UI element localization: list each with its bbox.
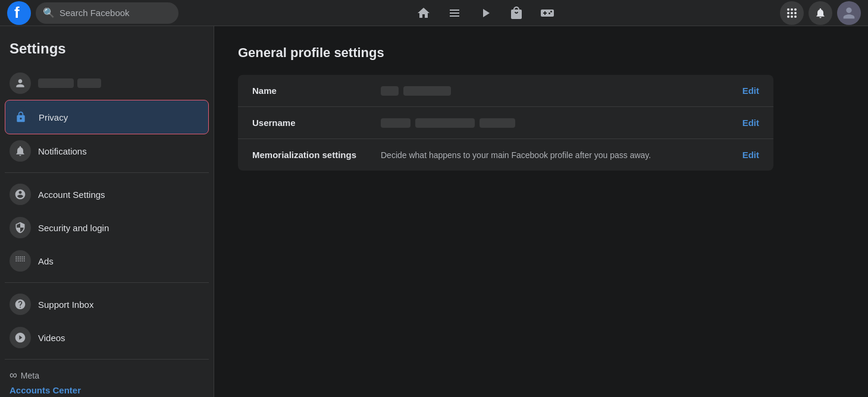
privacy-icon-container — [10, 106, 32, 128]
topnav-right — [780, 1, 861, 25]
search-icon: 🔍 — [43, 7, 55, 18]
settings-row-memorialization: Memorialization settings Decide what hap… — [238, 139, 773, 171]
name-value — [381, 86, 733, 96]
username-label: Username — [252, 118, 371, 128]
svg-point-2 — [787, 8, 789, 11]
svg-point-10 — [794, 15, 797, 18]
svg-point-9 — [791, 15, 793, 18]
meta-infinity-icon: ∞ — [10, 369, 17, 382]
profile-name-redacted2 — [77, 78, 101, 88]
page-title: General profile settings — [238, 45, 844, 61]
sidebar-videos-label: Videos — [38, 333, 65, 343]
main-content: General profile settings Name Edit Usern… — [214, 26, 868, 397]
svg-point-8 — [787, 15, 789, 18]
username-edit-button[interactable]: Edit — [742, 118, 759, 128]
svg-point-6 — [791, 12, 793, 14]
facebook-logo[interactable]: f — [7, 1, 31, 25]
svg-point-3 — [791, 8, 793, 11]
sidebar-divider-2 — [5, 282, 209, 283]
meta-section: ∞ Meta Accounts Center Control settings … — [5, 364, 209, 397]
topnav: f 🔍 — [0, 0, 868, 26]
sidebar-item-support-inbox[interactable]: Support Inbox — [5, 288, 209, 321]
search-input[interactable] — [59, 8, 171, 18]
username-value — [381, 118, 733, 128]
username-redacted-1 — [381, 118, 411, 128]
notifications-button[interactable] — [809, 1, 832, 25]
settings-row-name: Name Edit — [238, 75, 773, 107]
sidebar-account-settings-label: Account Settings — [38, 190, 105, 200]
accounts-center-link[interactable]: Accounts Center — [10, 385, 204, 395]
home-nav-button[interactable] — [409, 2, 438, 24]
sidebar-ads-label: Ads — [38, 256, 54, 266]
profile-name-redacted — [38, 78, 74, 88]
security-login-icon — [10, 217, 31, 238]
user-avatar[interactable] — [837, 1, 861, 25]
marketplace-nav-button[interactable] — [502, 2, 531, 24]
ads-icon — [10, 250, 31, 272]
search-bar[interactable]: 🔍 — [36, 2, 178, 24]
sidebar-item-privacy[interactable]: Privacy — [5, 100, 209, 134]
svg-text:f: f — [14, 4, 20, 21]
sidebar-item-security-login[interactable]: Security and login — [5, 211, 209, 244]
sidebar-item-videos[interactable]: Videos — [5, 321, 209, 354]
sidebar-notifications-label: Notifications — [38, 146, 87, 156]
meta-logo: ∞ Meta — [10, 369, 204, 382]
sidebar-divider-3 — [5, 359, 209, 360]
memorialization-edit-button[interactable]: Edit — [742, 150, 759, 160]
svg-point-7 — [794, 12, 797, 14]
gaming-nav-button[interactable] — [533, 2, 562, 24]
svg-point-5 — [787, 12, 789, 14]
topnav-center-icons — [190, 2, 780, 24]
sidebar-item-ads[interactable]: Ads — [5, 244, 209, 278]
sidebar-security-login-label: Security and login — [38, 223, 109, 233]
sidebar-item-profile[interactable] — [5, 67, 209, 100]
name-edit-button[interactable]: Edit — [742, 86, 759, 96]
sidebar-title: Settings — [5, 36, 209, 67]
username-redacted-2 — [415, 118, 475, 128]
main-layout: Settings Privacy — [0, 26, 868, 397]
name-redacted-1 — [381, 86, 399, 96]
svg-point-4 — [794, 8, 797, 11]
sidebar: Settings Privacy — [0, 26, 214, 397]
name-label: Name — [252, 86, 371, 96]
username-redacted-3 — [480, 118, 515, 128]
settings-card: Name Edit Username Edit Memoriali — [238, 75, 773, 171]
sidebar-item-account-settings[interactable]: Account Settings — [5, 178, 209, 211]
videos-icon — [10, 327, 31, 348]
apps-menu-button[interactable] — [780, 1, 804, 25]
memorialization-description: Decide what happens to your main Faceboo… — [381, 150, 733, 160]
profile-icon-container — [10, 73, 31, 94]
watch-nav-button[interactable] — [471, 2, 500, 24]
meta-label: Meta — [21, 371, 39, 380]
account-settings-icon — [10, 184, 31, 205]
name-redacted-2 — [403, 86, 451, 96]
sidebar-support-inbox-label: Support Inbox — [38, 300, 93, 310]
memorialization-label: Memorialization settings — [252, 150, 371, 160]
sidebar-privacy-label: Privacy — [39, 112, 68, 122]
settings-row-username: Username Edit — [238, 107, 773, 139]
pages-nav-button[interactable] — [440, 2, 469, 24]
notifications-sidebar-icon — [10, 140, 31, 162]
sidebar-divider-1 — [5, 172, 209, 173]
support-inbox-icon — [10, 294, 31, 315]
sidebar-item-notifications[interactable]: Notifications — [5, 134, 209, 168]
